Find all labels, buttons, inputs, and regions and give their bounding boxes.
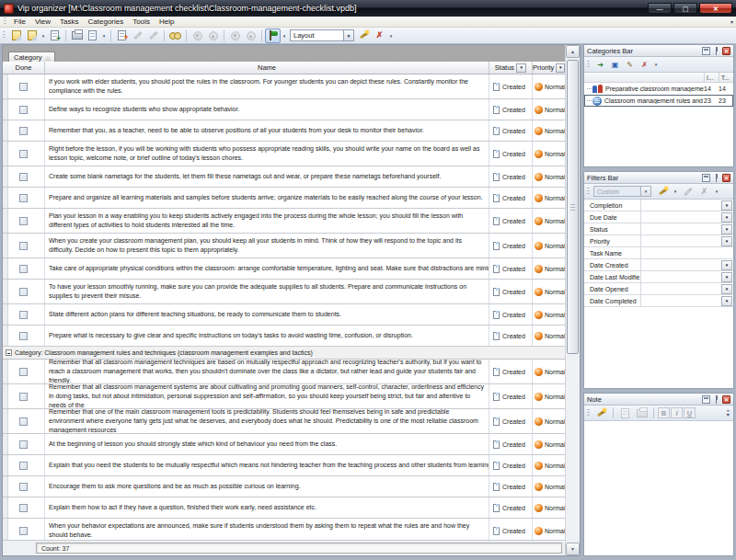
new-task-button[interactable] (24, 29, 40, 43)
filter-value-field[interactable] (641, 247, 733, 258)
toolbar-grip[interactable] (3, 31, 6, 40)
categories-toolbar-overflow-icon[interactable]: ▾ (652, 62, 660, 67)
menubar-overflow-icon[interactable]: ▾ (730, 18, 733, 25)
task-name-cell[interactable]: Prepare and organize all learning materi… (45, 188, 489, 208)
priority-cell[interactable]: Normal (533, 497, 565, 518)
bold-button[interactable]: B (658, 407, 670, 418)
filter-value-field[interactable] (641, 259, 721, 270)
task-name-cell[interactable]: If you work with elder students, you sho… (45, 74, 489, 98)
task-row[interactable]: Right before the lesson, if you will be … (3, 142, 565, 166)
priority-cell[interactable]: Normal (533, 280, 565, 303)
add-category-button[interactable]: ▣ (608, 58, 622, 71)
filter-dropdown-icon[interactable]: ▼ (721, 200, 732, 211)
status-cell[interactable]: Created (489, 434, 533, 454)
menu-file[interactable]: File (9, 17, 30, 27)
menu-tools[interactable]: Tools (128, 17, 155, 27)
task-name-cell[interactable]: To have your lesson smoothly running, ma… (45, 280, 489, 303)
task-name-cell[interactable]: When your behavior expectations are anno… (45, 519, 489, 540)
task-name-cell[interactable]: State different action plans for differe… (45, 304, 489, 325)
layout-toggle-button[interactable] (265, 29, 281, 43)
print-button[interactable] (69, 29, 85, 43)
print-preview-button[interactable] (85, 29, 100, 43)
delete-category-button[interactable]: ✗ (638, 58, 651, 71)
done-checkbox[interactable] (19, 368, 28, 376)
minimize-button[interactable]: — (648, 3, 672, 14)
priority-cell[interactable]: Normal (533, 188, 565, 208)
done-checkbox[interactable] (19, 127, 28, 135)
task-row[interactable]: When you create your classroom managemen… (3, 234, 565, 258)
filters-toolbar-overflow-icon[interactable]: ▾ (713, 189, 720, 194)
status-cell[interactable]: Created (489, 120, 533, 141)
table-vertical-scrollbar[interactable]: ▲ ▼ (565, 45, 580, 555)
menu-view[interactable]: View (30, 17, 55, 27)
done-checkbox[interactable] (19, 311, 28, 319)
task-name-cell[interactable]: Remember that all classroom management t… (45, 360, 489, 383)
panel-pin-icon[interactable] (712, 174, 720, 182)
task-row[interactable]: At the beginning of lesson you should st… (3, 434, 565, 455)
filter-preset-value[interactable]: Custom (593, 186, 641, 197)
filter-dropdown-icon[interactable]: ▼ (721, 224, 732, 234)
done-checkbox[interactable] (19, 417, 28, 426)
priority-cell[interactable]: Normal (533, 326, 565, 346)
done-checkbox[interactable] (19, 462, 28, 470)
task-name-cell[interactable]: Remember that you, as a teacher, need to… (45, 120, 489, 141)
category-tree-item[interactable]: Preparative classroom management a1414 (584, 83, 733, 95)
task-row[interactable]: To have your lesson smoothly running, ma… (3, 280, 565, 304)
done-checkbox[interactable] (19, 242, 28, 250)
edit-category-button[interactable]: ✎ (623, 58, 637, 71)
task-row[interactable]: Create some blank nametags for the stude… (3, 166, 565, 188)
task-row[interactable]: Remember that one of the main classroom … (3, 409, 565, 434)
status-cell[interactable]: Created (489, 304, 533, 325)
task-row[interactable]: Prepare and organize all learning materi… (3, 188, 565, 209)
status-cell[interactable]: Created (489, 74, 533, 98)
task-row[interactable]: Take care of appropriate physical condit… (3, 258, 565, 280)
task-name-cell[interactable]: Right before the lesson, if you will be … (45, 142, 489, 166)
status-cell[interactable]: Created (489, 455, 533, 475)
task-name-cell[interactable]: Define ways to recognize students who sh… (45, 99, 489, 120)
edit-task-button[interactable] (130, 29, 145, 43)
status-cell[interactable]: Created (489, 280, 533, 303)
layout-combobox[interactable]: Layout ▼ (290, 29, 354, 41)
priority-cell[interactable]: Normal (533, 476, 565, 497)
filter-value-field[interactable] (641, 271, 721, 282)
done-checkbox[interactable] (19, 440, 28, 449)
note-content[interactable] (584, 421, 733, 555)
status-cell[interactable]: Created (489, 209, 533, 233)
done-checkbox[interactable] (19, 217, 28, 225)
status-cell[interactable]: Created (489, 258, 533, 279)
task-row[interactable]: Remember that all classroom management s… (3, 384, 565, 409)
task-name-cell[interactable]: Explain them how to act if they have a q… (45, 497, 489, 518)
task-name-cell[interactable]: Prepare what is necessary to give clear … (45, 326, 489, 346)
filter-dropdown-icon[interactable]: ▼ (721, 212, 732, 223)
delete-task-button[interactable] (145, 29, 161, 43)
priority-cell[interactable]: Normal (533, 519, 565, 540)
scrollbar-thumb[interactable] (567, 60, 579, 354)
layout-group-dropdown-icon[interactable]: ▾ (281, 33, 288, 39)
task-row[interactable]: Remember that you, as a teacher, need to… (3, 120, 565, 142)
new-task-dropdown-icon[interactable]: ▾ (40, 33, 47, 39)
delete-layout-button[interactable]: ✗ (372, 29, 387, 43)
menu-help[interactable]: Help (155, 17, 178, 27)
status-cell[interactable]: Created (489, 142, 533, 166)
scroll-up-icon[interactable]: ▲ (566, 45, 580, 58)
italic-button[interactable]: I (671, 407, 683, 418)
new-category-list-button[interactable]: ➔ (593, 58, 607, 71)
panel-restore-icon[interactable] (702, 395, 710, 404)
done-checkbox[interactable] (19, 483, 28, 491)
done-checkbox[interactable] (19, 288, 28, 296)
task-name-cell[interactable]: Take care of appropriate physical condit… (45, 258, 489, 279)
done-checkbox[interactable] (19, 106, 28, 114)
status-cell[interactable]: Created (489, 188, 533, 208)
column-header-name[interactable]: Name (45, 62, 489, 74)
menu-tasks[interactable]: Tasks (55, 17, 83, 27)
move-down-button[interactable]: ▼ (190, 29, 205, 43)
task-row[interactable]: Remember that all classroom management t… (3, 360, 565, 384)
print-group-dropdown-icon[interactable]: ▾ (100, 33, 108, 39)
status-cell[interactable]: Created (489, 166, 533, 187)
task-name-cell[interactable]: Encourage them to ask more questions and… (45, 476, 489, 497)
apply-filter-button[interactable] (655, 184, 671, 199)
done-checkbox[interactable] (19, 150, 28, 158)
note-save-button[interactable] (617, 406, 633, 420)
task-row[interactable]: Define ways to recognize students who sh… (3, 99, 565, 120)
task-row[interactable]: Prepare what is necessary to give clear … (3, 326, 565, 347)
